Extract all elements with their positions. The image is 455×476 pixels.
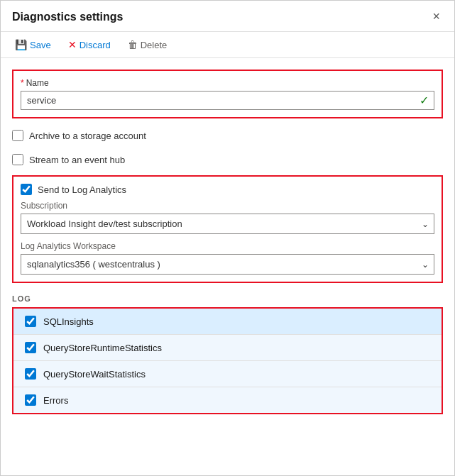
send-log-analytics-checkbox[interactable]: [21, 184, 32, 195]
archive-row: Archive to a storage account: [12, 127, 443, 144]
stream-row: Stream to an event hub: [12, 151, 443, 168]
log-item-label: QueryStoreWaitStatistics: [43, 369, 146, 380]
workspace-select[interactable]: sqlanalytics356 ( westcentralus ): [21, 254, 434, 275]
archive-label: Archive to a storage account: [29, 131, 146, 141]
discard-label: Discard: [80, 40, 111, 50]
log-row: Errors: [13, 387, 442, 413]
archive-checkbox[interactable]: [12, 130, 23, 141]
delete-button[interactable]: 🗑 Delete: [125, 38, 170, 52]
delete-icon: 🗑: [128, 39, 138, 50]
dialog-header: Diagnostics settings ×: [1, 1, 454, 32]
log-table: SQLInsightsQueryStoreRuntimeStatisticsQu…: [12, 307, 443, 414]
required-star: *: [21, 78, 24, 88]
log-item-label: SQLInsights: [43, 316, 94, 327]
delete-label: Delete: [141, 40, 168, 50]
save-label: Save: [30, 40, 51, 50]
diagnostics-dialog: Diagnostics settings × 💾 Save ✕ Discard …: [0, 0, 455, 476]
close-button[interactable]: ×: [429, 9, 443, 24]
subscription-label: Subscription: [21, 201, 434, 211]
name-section: *Name ✓: [12, 70, 443, 118]
save-button[interactable]: 💾 Save: [12, 38, 54, 52]
log-item-checkbox[interactable]: [25, 394, 36, 406]
log-row: QueryStoreWaitStatistics: [13, 361, 442, 387]
name-input[interactable]: [21, 91, 434, 110]
log-row: SQLInsights: [13, 309, 442, 335]
log-item-label: Errors: [43, 395, 68, 406]
stream-checkbox[interactable]: [12, 154, 23, 165]
log-section-label: LOG: [12, 294, 443, 303]
valid-check-icon: ✓: [420, 94, 429, 107]
log-row: QueryStoreRuntimeStatistics: [13, 335, 442, 361]
log-item-label: QueryStoreRuntimeStatistics: [43, 343, 162, 353]
log-analytics-section: Send to Log Analytics Subscription Workl…: [12, 175, 443, 283]
log-item-checkbox[interactable]: [25, 342, 36, 353]
name-label: *Name: [21, 78, 434, 88]
send-log-analytics-label: Send to Log Analytics: [38, 184, 126, 195]
toolbar: 💾 Save ✕ Discard 🗑 Delete: [1, 32, 454, 58]
dialog-title: Diagnostics settings: [12, 11, 123, 23]
discard-icon: ✕: [68, 39, 77, 50]
log-section: LOG SQLInsightsQueryStoreRuntimeStatisti…: [12, 294, 443, 414]
name-input-wrap: ✓: [21, 91, 434, 110]
discard-button[interactable]: ✕ Discard: [65, 38, 114, 52]
log-item-checkbox[interactable]: [25, 316, 36, 327]
dialog-content: *Name ✓ Archive to a storage account Str…: [1, 58, 454, 426]
log-item-checkbox[interactable]: [25, 368, 36, 380]
save-icon: 💾: [15, 39, 27, 50]
subscription-select[interactable]: Workload Insight dev/test subscription: [21, 214, 434, 234]
workspace-dropdown-wrap: sqlanalytics356 ( westcentralus ) ⌄: [21, 254, 434, 275]
subscription-dropdown-wrap: Workload Insight dev/test subscription ⌄: [21, 214, 434, 234]
send-la-row: Send to Log Analytics: [21, 184, 434, 195]
stream-label: Stream to an event hub: [29, 155, 125, 165]
workspace-label: Log Analytics Workspace: [21, 241, 434, 251]
